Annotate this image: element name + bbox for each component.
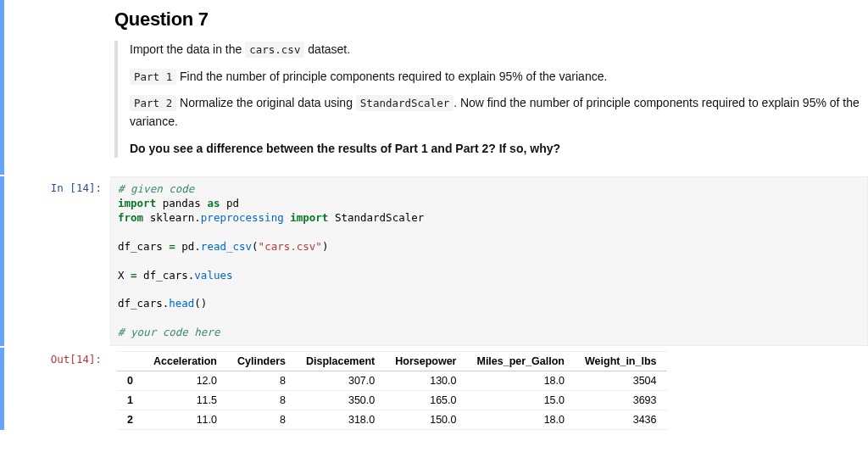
notebook: Question 7 Import the data in the cars.c… (0, 0, 868, 430)
row-index: 2 (117, 410, 143, 430)
intro-text-a: Import the data in the (130, 42, 245, 56)
intro-code: cars.csv (245, 42, 304, 58)
code-input[interactable]: # given code import pandas as pd from sk… (110, 176, 868, 346)
part2-line: Part 2 Normalize the original data using… (130, 94, 861, 131)
part2-text-a: Normalize the original data using (176, 96, 356, 109)
row-index: 0 (117, 371, 143, 391)
part1-tag: Part 1 (130, 69, 176, 85)
col-header: Weight_in_lbs (575, 352, 667, 371)
table-header-row: Acceleration Cylinders Displacement Hors… (117, 352, 667, 371)
question-block: Import the data in the cars.csv dataset.… (114, 41, 861, 158)
in-prompt: In [14]: (4, 176, 110, 346)
table-row: 2 11.0 8 318.0 150.0 18.0 3436 (117, 410, 667, 430)
part2-tag: Part 2 (130, 95, 176, 111)
col-header: Acceleration (143, 352, 227, 371)
intro-text-b: dataset. (304, 42, 350, 56)
code-comment: # given code (118, 182, 194, 195)
output-area: Acceleration Cylinders Displacement Hors… (110, 348, 868, 430)
col-header: Horsepower (385, 352, 466, 371)
dataframe-table: Acceleration Cylinders Displacement Hors… (117, 351, 667, 430)
intro-line: Import the data in the cars.csv dataset. (130, 41, 861, 59)
part2-code: StandardScaler (356, 95, 453, 111)
col-header: Cylinders (227, 352, 296, 371)
closing-question: Do you see a difference between the resu… (130, 140, 861, 159)
markdown-cell: Question 7 Import the data in the cars.c… (0, 0, 868, 175)
code-cell: In [14]: # given code import pandas as p… (0, 176, 868, 346)
table-row: 1 11.5 8 350.0 165.0 15.0 3693 (117, 391, 667, 410)
row-index: 1 (117, 391, 143, 410)
table-row: 0 12.0 8 307.0 130.0 18.0 3504 (117, 371, 667, 391)
question-title: Question 7 (114, 8, 861, 31)
part1-line: Part 1 Find the number of principle comp… (130, 68, 861, 86)
part1-text: Find the number of principle components … (176, 70, 607, 83)
code-comment-2: # your code here (118, 326, 220, 338)
col-header: Miles_per_Gallon (466, 352, 575, 371)
out-prompt: Out[14]: (4, 348, 110, 430)
output-cell: Out[14]: Acceleration Cylinders Displace… (0, 348, 868, 430)
col-header: Displacement (296, 352, 385, 371)
